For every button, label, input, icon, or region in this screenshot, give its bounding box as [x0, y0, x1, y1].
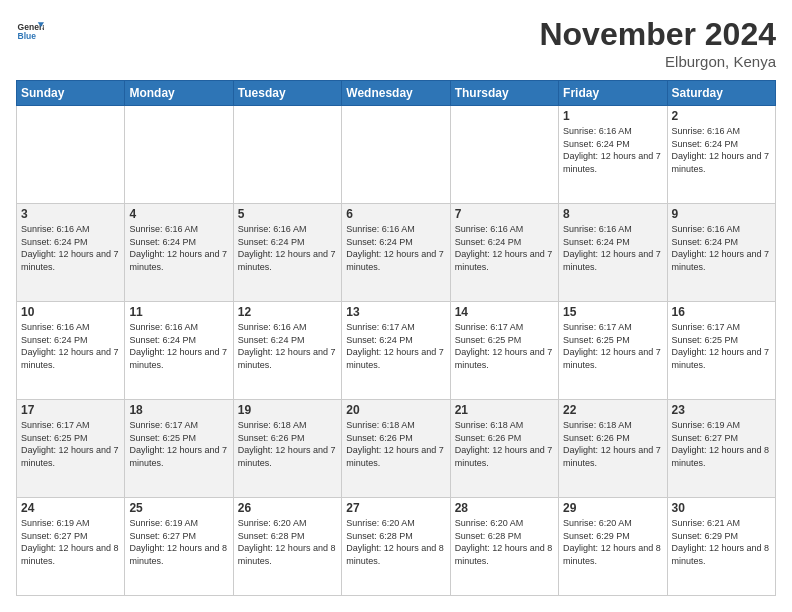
calendar-day-cell: 27Sunrise: 6:20 AM Sunset: 6:28 PM Dayli…: [342, 498, 450, 596]
day-number: 8: [563, 207, 662, 221]
col-friday: Friday: [559, 81, 667, 106]
day-info: Sunrise: 6:20 AM Sunset: 6:28 PM Dayligh…: [346, 517, 445, 567]
day-number: 7: [455, 207, 554, 221]
calendar-day-cell: 21Sunrise: 6:18 AM Sunset: 6:26 PM Dayli…: [450, 400, 558, 498]
day-number: 4: [129, 207, 228, 221]
day-info: Sunrise: 6:20 AM Sunset: 6:28 PM Dayligh…: [455, 517, 554, 567]
calendar-day-cell: 22Sunrise: 6:18 AM Sunset: 6:26 PM Dayli…: [559, 400, 667, 498]
day-number: 13: [346, 305, 445, 319]
day-info: Sunrise: 6:20 AM Sunset: 6:29 PM Dayligh…: [563, 517, 662, 567]
day-number: 29: [563, 501, 662, 515]
day-info: Sunrise: 6:16 AM Sunset: 6:24 PM Dayligh…: [346, 223, 445, 273]
day-info: Sunrise: 6:19 AM Sunset: 6:27 PM Dayligh…: [129, 517, 228, 567]
day-info: Sunrise: 6:18 AM Sunset: 6:26 PM Dayligh…: [563, 419, 662, 469]
day-number: 18: [129, 403, 228, 417]
day-number: 20: [346, 403, 445, 417]
day-info: Sunrise: 6:20 AM Sunset: 6:28 PM Dayligh…: [238, 517, 337, 567]
day-number: 2: [672, 109, 771, 123]
calendar-day-cell: 29Sunrise: 6:20 AM Sunset: 6:29 PM Dayli…: [559, 498, 667, 596]
day-number: 6: [346, 207, 445, 221]
day-info: Sunrise: 6:18 AM Sunset: 6:26 PM Dayligh…: [346, 419, 445, 469]
col-sunday: Sunday: [17, 81, 125, 106]
calendar-day-cell: 28Sunrise: 6:20 AM Sunset: 6:28 PM Dayli…: [450, 498, 558, 596]
calendar-day-cell: 10Sunrise: 6:16 AM Sunset: 6:24 PM Dayli…: [17, 302, 125, 400]
day-info: Sunrise: 6:17 AM Sunset: 6:25 PM Dayligh…: [455, 321, 554, 371]
day-info: Sunrise: 6:19 AM Sunset: 6:27 PM Dayligh…: [21, 517, 120, 567]
logo: General Blue: [16, 16, 44, 44]
day-number: 16: [672, 305, 771, 319]
calendar-day-cell: 23Sunrise: 6:19 AM Sunset: 6:27 PM Dayli…: [667, 400, 775, 498]
calendar-day-cell: 6Sunrise: 6:16 AM Sunset: 6:24 PM Daylig…: [342, 204, 450, 302]
calendar-day-cell: 3Sunrise: 6:16 AM Sunset: 6:24 PM Daylig…: [17, 204, 125, 302]
day-number: 17: [21, 403, 120, 417]
calendar-day-cell: 25Sunrise: 6:19 AM Sunset: 6:27 PM Dayli…: [125, 498, 233, 596]
day-number: 3: [21, 207, 120, 221]
day-info: Sunrise: 6:17 AM Sunset: 6:25 PM Dayligh…: [672, 321, 771, 371]
calendar-day-cell: [233, 106, 341, 204]
day-number: 12: [238, 305, 337, 319]
calendar-day-cell: 30Sunrise: 6:21 AM Sunset: 6:29 PM Dayli…: [667, 498, 775, 596]
calendar-day-cell: 17Sunrise: 6:17 AM Sunset: 6:25 PM Dayli…: [17, 400, 125, 498]
day-info: Sunrise: 6:16 AM Sunset: 6:24 PM Dayligh…: [129, 223, 228, 273]
calendar-week-row: 17Sunrise: 6:17 AM Sunset: 6:25 PM Dayli…: [17, 400, 776, 498]
calendar-day-cell: 18Sunrise: 6:17 AM Sunset: 6:25 PM Dayli…: [125, 400, 233, 498]
day-number: 5: [238, 207, 337, 221]
calendar-day-cell: 9Sunrise: 6:16 AM Sunset: 6:24 PM Daylig…: [667, 204, 775, 302]
calendar-week-row: 3Sunrise: 6:16 AM Sunset: 6:24 PM Daylig…: [17, 204, 776, 302]
day-number: 15: [563, 305, 662, 319]
day-info: Sunrise: 6:17 AM Sunset: 6:25 PM Dayligh…: [21, 419, 120, 469]
calendar-day-cell: 24Sunrise: 6:19 AM Sunset: 6:27 PM Dayli…: [17, 498, 125, 596]
day-number: 1: [563, 109, 662, 123]
day-info: Sunrise: 6:16 AM Sunset: 6:24 PM Dayligh…: [21, 223, 120, 273]
day-number: 19: [238, 403, 337, 417]
col-wednesday: Wednesday: [342, 81, 450, 106]
calendar-day-cell: 13Sunrise: 6:17 AM Sunset: 6:24 PM Dayli…: [342, 302, 450, 400]
location: Elburgon, Kenya: [539, 53, 776, 70]
day-number: 21: [455, 403, 554, 417]
col-thursday: Thursday: [450, 81, 558, 106]
calendar-day-cell: 7Sunrise: 6:16 AM Sunset: 6:24 PM Daylig…: [450, 204, 558, 302]
day-info: Sunrise: 6:16 AM Sunset: 6:24 PM Dayligh…: [563, 125, 662, 175]
day-info: Sunrise: 6:19 AM Sunset: 6:27 PM Dayligh…: [672, 419, 771, 469]
day-info: Sunrise: 6:17 AM Sunset: 6:24 PM Dayligh…: [346, 321, 445, 371]
calendar-day-cell: 15Sunrise: 6:17 AM Sunset: 6:25 PM Dayli…: [559, 302, 667, 400]
day-info: Sunrise: 6:17 AM Sunset: 6:25 PM Dayligh…: [563, 321, 662, 371]
title-block: November 2024 Elburgon, Kenya: [539, 16, 776, 70]
calendar-table: Sunday Monday Tuesday Wednesday Thursday…: [16, 80, 776, 596]
day-number: 23: [672, 403, 771, 417]
calendar-day-cell: [125, 106, 233, 204]
day-number: 30: [672, 501, 771, 515]
page-header: General Blue November 2024 Elburgon, Ken…: [16, 16, 776, 70]
calendar-day-cell: 11Sunrise: 6:16 AM Sunset: 6:24 PM Dayli…: [125, 302, 233, 400]
day-number: 27: [346, 501, 445, 515]
calendar-day-cell: 8Sunrise: 6:16 AM Sunset: 6:24 PM Daylig…: [559, 204, 667, 302]
day-info: Sunrise: 6:18 AM Sunset: 6:26 PM Dayligh…: [455, 419, 554, 469]
calendar-day-cell: 12Sunrise: 6:16 AM Sunset: 6:24 PM Dayli…: [233, 302, 341, 400]
calendar-day-cell: 19Sunrise: 6:18 AM Sunset: 6:26 PM Dayli…: [233, 400, 341, 498]
col-tuesday: Tuesday: [233, 81, 341, 106]
calendar-week-row: 10Sunrise: 6:16 AM Sunset: 6:24 PM Dayli…: [17, 302, 776, 400]
day-info: Sunrise: 6:16 AM Sunset: 6:24 PM Dayligh…: [238, 321, 337, 371]
logo-icon: General Blue: [16, 16, 44, 44]
day-info: Sunrise: 6:16 AM Sunset: 6:24 PM Dayligh…: [238, 223, 337, 273]
day-info: Sunrise: 6:16 AM Sunset: 6:24 PM Dayligh…: [455, 223, 554, 273]
svg-text:Blue: Blue: [18, 31, 37, 41]
day-info: Sunrise: 6:18 AM Sunset: 6:26 PM Dayligh…: [238, 419, 337, 469]
calendar-day-cell: [342, 106, 450, 204]
day-number: 24: [21, 501, 120, 515]
day-info: Sunrise: 6:17 AM Sunset: 6:25 PM Dayligh…: [129, 419, 228, 469]
calendar-day-cell: 14Sunrise: 6:17 AM Sunset: 6:25 PM Dayli…: [450, 302, 558, 400]
day-number: 28: [455, 501, 554, 515]
month-title: November 2024: [539, 16, 776, 53]
calendar-week-row: 24Sunrise: 6:19 AM Sunset: 6:27 PM Dayli…: [17, 498, 776, 596]
calendar-day-cell: 2Sunrise: 6:16 AM Sunset: 6:24 PM Daylig…: [667, 106, 775, 204]
day-info: Sunrise: 6:16 AM Sunset: 6:24 PM Dayligh…: [672, 125, 771, 175]
col-saturday: Saturday: [667, 81, 775, 106]
day-number: 22: [563, 403, 662, 417]
calendar-header-row: Sunday Monday Tuesday Wednesday Thursday…: [17, 81, 776, 106]
calendar-day-cell: 5Sunrise: 6:16 AM Sunset: 6:24 PM Daylig…: [233, 204, 341, 302]
day-number: 9: [672, 207, 771, 221]
day-number: 14: [455, 305, 554, 319]
col-monday: Monday: [125, 81, 233, 106]
day-number: 10: [21, 305, 120, 319]
